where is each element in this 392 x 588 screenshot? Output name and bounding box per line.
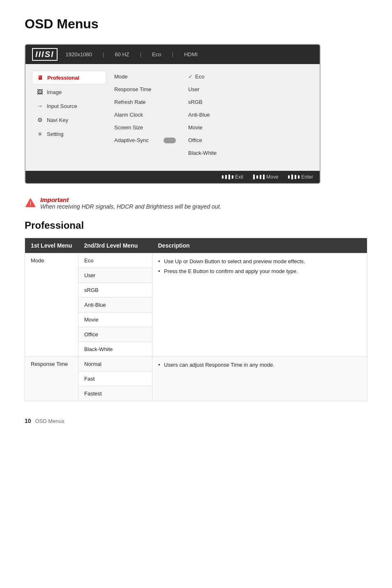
- mode-srgb: sRGB: [78, 283, 152, 298]
- response-time-fastest: Fastest: [78, 386, 152, 401]
- page-number: 10: [25, 418, 31, 424]
- adaptive-sync-toggle[interactable]: [164, 138, 176, 143]
- table-row: Mode Eco Use Up or Down Button to select…: [25, 253, 367, 268]
- osd-sub-refresh-rate[interactable]: Refresh Rate: [110, 96, 180, 108]
- osd-menu-image-label: Image: [47, 89, 62, 95]
- page-footer: 10 OSD Menus: [25, 418, 367, 424]
- osd-menu-navi-key-label: Navi Key: [47, 117, 68, 123]
- osd-sub-alarm-clock[interactable]: Alarm Clock: [110, 109, 180, 121]
- mode-user: User: [78, 268, 152, 283]
- osd-right-options: ✓ Eco User sRGB Anti-Blue Movie Office B…: [180, 71, 313, 164]
- col-header-level2: 2nd/3rd Level Menu: [78, 238, 152, 253]
- osd-monitor: IIISI 1920x1080 | 60 HZ | Eco | HDMI 🖥 P…: [25, 44, 321, 184]
- mode-black-white: Black-White: [78, 342, 152, 357]
- mode-description: Use Up or Down Button to select and prev…: [152, 253, 367, 357]
- response-time-fast: Fast: [78, 372, 152, 386]
- important-label: Important: [40, 196, 221, 203]
- osd-menu-input-source-label: Input Source: [47, 103, 77, 109]
- response-time-level1: Response Time: [25, 357, 78, 401]
- osd-option-anti-blue[interactable]: Anti-Blue: [184, 109, 313, 121]
- check-icon: ✓: [188, 74, 193, 80]
- osd-menu-input-source[interactable]: → Input Source: [32, 99, 106, 113]
- osd-menu-navi-key[interactable]: ⚙ Navi Key: [32, 113, 106, 126]
- professional-icon: 🖥: [37, 74, 44, 81]
- osd-move: Move: [253, 174, 278, 180]
- mode-level1: Mode: [25, 253, 78, 357]
- page-title: OSD Menus: [25, 16, 367, 32]
- osd-menu-professional[interactable]: 🖥 Professional: [32, 71, 106, 85]
- page-label: OSD Menus: [35, 418, 65, 424]
- osd-menu-image[interactable]: 🖼 Image: [32, 85, 106, 99]
- osd-mid-menu: Mode Response Time Refresh Rate Alarm Cl…: [106, 71, 180, 164]
- important-triangle-icon: !: [25, 197, 36, 209]
- osd-option-office[interactable]: Office: [184, 134, 313, 146]
- osd-enter: Enter: [288, 174, 313, 180]
- osd-sub-response-time[interactable]: Response Time: [110, 83, 180, 95]
- mode-anti-blue: Anti-Blue: [78, 298, 152, 312]
- enter-nav-icon: [288, 175, 300, 179]
- osd-option-eco[interactable]: ✓ Eco: [184, 71, 313, 83]
- osd-option-movie[interactable]: Movie: [184, 122, 313, 133]
- brand-logo: IIISI: [32, 48, 58, 61]
- image-icon: 🖼: [36, 88, 44, 96]
- navi-key-icon: ⚙: [36, 116, 44, 124]
- col-header-level1: 1st Level Menu: [25, 238, 78, 253]
- osd-topbar: IIISI 1920x1080 | 60 HZ | Eco | HDMI: [25, 45, 320, 64]
- osd-left-menu: 🖥 Professional 🖼 Image → Input Source ⚙ …: [32, 71, 106, 164]
- osd-exit: Exit: [222, 174, 243, 180]
- move-nav-icon: [253, 175, 265, 179]
- mode-movie: Movie: [78, 312, 152, 327]
- osd-option-srgb[interactable]: sRGB: [184, 96, 313, 108]
- hz-info: 60 HZ: [115, 51, 129, 57]
- osd-option-black-white[interactable]: Black-White: [184, 147, 313, 159]
- osd-menu-setting[interactable]: ≡ Setting: [32, 127, 106, 140]
- mode-eco: Eco: [78, 253, 152, 268]
- professional-table: 1st Level Menu 2nd/3rd Level Menu Descri…: [25, 238, 367, 401]
- mode-office: Office: [78, 327, 152, 342]
- power-mode-info: Eco: [152, 51, 161, 57]
- osd-content: 🖥 Professional 🖼 Image → Input Source ⚙ …: [25, 64, 320, 171]
- exit-nav-icon: [222, 175, 233, 179]
- input-info: HDMI: [184, 51, 198, 57]
- osd-bottombar: Exit Move Enter: [25, 171, 320, 183]
- svg-text:!: !: [30, 200, 32, 207]
- setting-icon: ≡: [36, 130, 44, 138]
- osd-sub-adaptive-sync[interactable]: Adaptive-Sync: [110, 134, 180, 146]
- important-box: ! Important When receiving HDR signals, …: [25, 196, 367, 210]
- osd-sub-mode[interactable]: Mode: [110, 71, 180, 83]
- response-time-description: Users can adjust Response Time in any mo…: [152, 357, 367, 401]
- osd-option-user[interactable]: User: [184, 83, 313, 95]
- professional-section-heading: Professional: [25, 220, 367, 231]
- important-content: Important When receiving HDR signals, HD…: [40, 196, 221, 210]
- osd-menu-setting-label: Setting: [47, 131, 63, 137]
- response-time-normal: Normal: [78, 357, 152, 372]
- input-source-icon: →: [36, 102, 44, 110]
- table-header-row: 1st Level Menu 2nd/3rd Level Menu Descri…: [25, 238, 367, 253]
- osd-sub-screen-size[interactable]: Screen Size: [110, 122, 180, 133]
- table-row: Response Time Normal Users can adjust Re…: [25, 357, 367, 372]
- resolution-info: 1920x1080: [66, 51, 92, 57]
- col-header-desc: Description: [152, 238, 367, 253]
- osd-menu-professional-label: Professional: [47, 75, 79, 81]
- important-text: When receiving HDR signals, HDCR and Bri…: [40, 203, 221, 210]
